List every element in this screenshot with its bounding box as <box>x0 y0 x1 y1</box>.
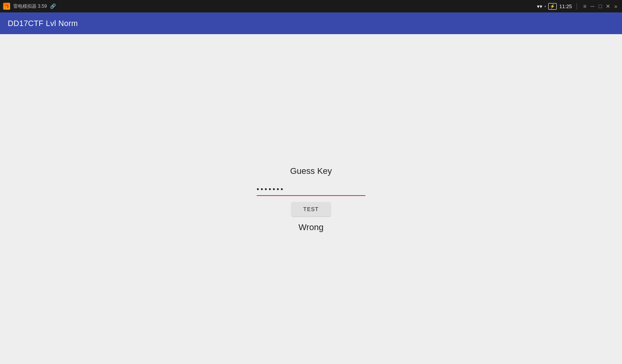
app-icon: 🎁 <box>3 3 10 10</box>
app-content: Guess Key TEST Wrong <box>0 34 622 364</box>
window-controls[interactable]: ≡ ─ □ ✕ » <box>582 3 619 9</box>
battery-icon: ⚡ <box>548 3 557 10</box>
chain-icon: 🔗 <box>50 3 56 9</box>
emulator-title: 雷电模拟器 3.59 <box>13 3 47 10</box>
signal-icon: ▪ <box>545 4 546 9</box>
maximize-button[interactable]: □ <box>597 3 603 9</box>
expand-button[interactable]: » <box>613 3 619 9</box>
menu-button[interactable]: ≡ <box>582 3 588 9</box>
system-bar-left: 🎁 雷电模拟器 3.59 🔗 <box>3 3 56 10</box>
test-button[interactable]: TEST <box>292 202 330 216</box>
time-display: 11:25 <box>559 3 572 9</box>
wifi-icon: ▾▾ <box>537 3 542 9</box>
password-input[interactable] <box>257 184 365 196</box>
gift-icon: 🎁 <box>4 4 9 9</box>
wrong-label: Wrong <box>299 222 323 232</box>
system-bar-right: ▾▾ ▪ ⚡ 11:25 ≡ ─ □ ✕ » <box>537 3 619 10</box>
app-window: DD17CTF Lvl Norm Guess Key TEST Wrong <box>0 12 622 364</box>
guess-key-label: Guess Key <box>290 166 332 176</box>
divider <box>577 3 577 9</box>
card-container: Guess Key TEST Wrong <box>257 166 365 232</box>
password-input-wrapper <box>257 184 365 196</box>
app-toolbar: DD17CTF Lvl Norm <box>0 12 622 34</box>
app-title: DD17CTF Lvl Norm <box>8 19 78 28</box>
system-bar: 🎁 雷电模拟器 3.59 🔗 ▾▾ ▪ ⚡ 11:25 ≡ ─ □ ✕ » <box>0 0 622 12</box>
minimize-button[interactable]: ─ <box>589 3 596 9</box>
close-button[interactable]: ✕ <box>605 3 611 9</box>
status-icons: ▾▾ ▪ ⚡ 11:25 <box>537 3 572 10</box>
